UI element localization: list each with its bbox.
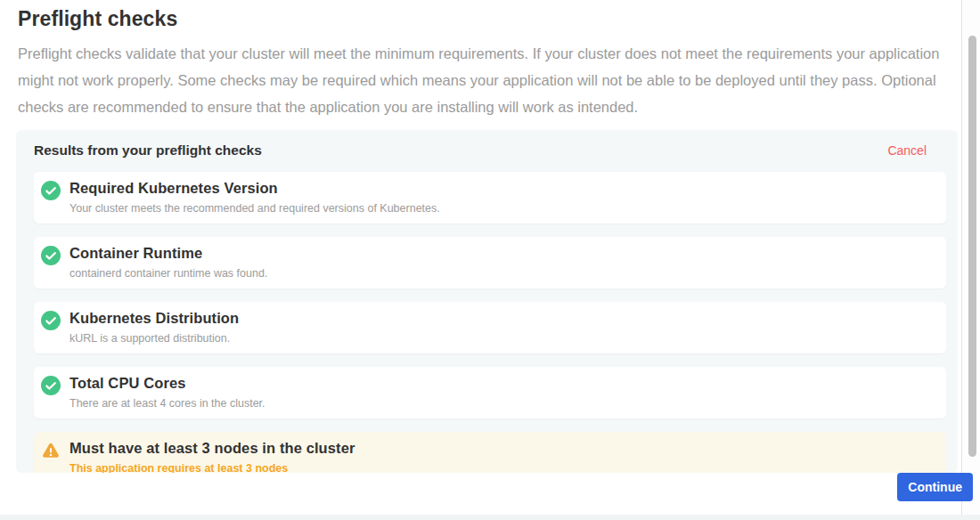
check-message: There are at least 4 cores in the cluste… <box>69 397 265 410</box>
check-text: Required Kubernetes Version Your cluster… <box>69 180 440 215</box>
check-result-row: Container Runtime containerd container r… <box>34 237 946 288</box>
page-title: Preflight checks <box>18 7 943 31</box>
check-list: Required Kubernetes Version Your cluster… <box>34 172 946 473</box>
scrollbar-track[interactable] <box>963 0 980 520</box>
panel-heading: Results from your preflight checks <box>34 142 262 158</box>
check-result-row: Total CPU Cores There are at least 4 cor… <box>34 367 946 418</box>
scrollbar-thumb[interactable] <box>968 36 976 457</box>
check-title: Kubernetes Distribution <box>69 310 239 327</box>
checkmark-circle-icon <box>41 246 61 265</box>
check-text: Must have at least 3 nodes in the cluste… <box>69 440 355 473</box>
check-result-row: Kubernetes Distribution kURL is a suppor… <box>34 302 946 353</box>
check-message: Your cluster meets the recommended and r… <box>69 202 440 215</box>
check-result-row: Required Kubernetes Version Your cluster… <box>34 172 946 223</box>
check-message: This application requires at least 3 nod… <box>69 462 355 473</box>
check-title: Total CPU Cores <box>69 375 265 392</box>
checkmark-circle-icon <box>41 376 61 395</box>
main-content: Preflight checks Preflight checks valida… <box>0 0 962 520</box>
check-result-row: Must have at least 3 nodes in the cluste… <box>34 432 946 473</box>
page-description: Preflight checks validate that your clus… <box>18 40 944 120</box>
check-text: Total CPU Cores There are at least 4 cor… <box>69 375 265 410</box>
bottom-strip <box>0 515 980 520</box>
check-title: Must have at least 3 nodes in the cluste… <box>69 440 355 457</box>
check-title: Required Kubernetes Version <box>69 180 440 197</box>
check-title: Container Runtime <box>69 245 267 262</box>
cancel-link[interactable]: Cancel <box>887 143 927 158</box>
checkmark-circle-icon <box>41 181 61 200</box>
continue-button[interactable]: Continue <box>897 473 973 501</box>
checkmark-circle-icon <box>41 311 61 330</box>
warning-triangle-icon <box>41 441 61 460</box>
check-text: Kubernetes Distribution kURL is a suppor… <box>69 310 239 345</box>
preflight-results-panel: Results from your preflight checks Cance… <box>16 130 958 473</box>
check-message: kURL is a supported distribution. <box>69 332 239 345</box>
check-message: containerd container runtime was found. <box>69 267 267 280</box>
panel-header: Results from your preflight checks Cance… <box>34 142 946 158</box>
check-text: Container Runtime containerd container r… <box>69 245 267 280</box>
